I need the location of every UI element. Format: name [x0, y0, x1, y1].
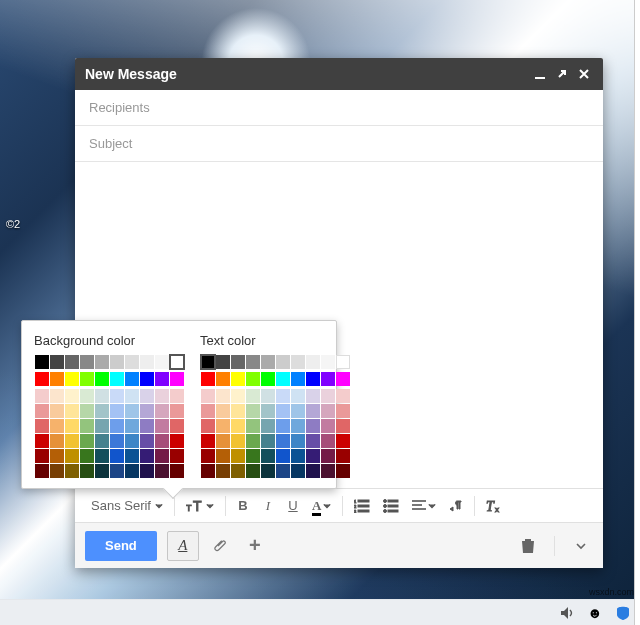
color-swatch[interactable] — [125, 449, 139, 463]
color-swatch[interactable] — [50, 464, 64, 478]
emoji-tray-icon[interactable]: ☻ — [586, 604, 604, 622]
color-swatch[interactable] — [336, 389, 350, 403]
color-swatch[interactable] — [35, 404, 49, 418]
color-swatch[interactable] — [95, 464, 109, 478]
color-swatch[interactable] — [140, 372, 154, 386]
align-button[interactable] — [406, 494, 442, 518]
color-swatch[interactable] — [201, 372, 215, 386]
color-swatch[interactable] — [306, 419, 320, 433]
color-swatch[interactable] — [155, 404, 169, 418]
color-swatch[interactable] — [231, 404, 245, 418]
color-swatch[interactable] — [170, 419, 184, 433]
formatting-toggle-button[interactable]: A — [167, 531, 199, 561]
color-swatch[interactable] — [216, 449, 230, 463]
color-swatch[interactable] — [155, 355, 169, 369]
color-swatch[interactable] — [336, 464, 350, 478]
color-swatch[interactable] — [155, 449, 169, 463]
color-swatch[interactable] — [65, 434, 79, 448]
recipients-field[interactable]: Recipients — [75, 90, 603, 126]
color-swatch[interactable] — [216, 389, 230, 403]
color-swatch[interactable] — [140, 419, 154, 433]
color-swatch[interactable] — [95, 419, 109, 433]
color-swatch[interactable] — [321, 434, 335, 448]
color-swatch[interactable] — [261, 419, 275, 433]
color-swatch[interactable] — [155, 464, 169, 478]
more-options-button[interactable] — [569, 534, 593, 558]
brand-tray-icon[interactable] — [614, 604, 632, 622]
color-swatch[interactable] — [155, 372, 169, 386]
color-swatch[interactable] — [170, 449, 184, 463]
send-button[interactable]: Send — [85, 531, 157, 561]
color-swatch[interactable] — [35, 355, 49, 369]
color-swatch[interactable] — [125, 404, 139, 418]
color-swatch[interactable] — [321, 449, 335, 463]
color-swatch[interactable] — [201, 434, 215, 448]
color-swatch[interactable] — [291, 449, 305, 463]
color-swatch[interactable] — [291, 464, 305, 478]
color-swatch[interactable] — [291, 404, 305, 418]
color-swatch[interactable] — [80, 419, 94, 433]
color-swatch[interactable] — [201, 464, 215, 478]
color-swatch[interactable] — [231, 419, 245, 433]
color-swatch[interactable] — [321, 419, 335, 433]
color-swatch[interactable] — [140, 355, 154, 369]
color-swatch[interactable] — [110, 372, 124, 386]
color-swatch[interactable] — [216, 419, 230, 433]
insert-more-button[interactable]: + — [243, 534, 267, 558]
color-swatch[interactable] — [291, 419, 305, 433]
color-swatch[interactable] — [170, 404, 184, 418]
color-swatch[interactable] — [125, 419, 139, 433]
color-swatch[interactable] — [35, 372, 49, 386]
color-swatch[interactable] — [201, 419, 215, 433]
color-swatch[interactable] — [246, 372, 260, 386]
color-swatch[interactable] — [50, 355, 64, 369]
minimize-icon[interactable] — [531, 65, 549, 83]
color-swatch[interactable] — [201, 389, 215, 403]
color-swatch[interactable] — [216, 434, 230, 448]
color-swatch[interactable] — [50, 419, 64, 433]
color-swatch[interactable] — [276, 464, 290, 478]
underline-button[interactable]: U — [281, 494, 305, 518]
font-size-button[interactable]: T T — [180, 494, 220, 518]
color-swatch[interactable] — [261, 434, 275, 448]
color-swatch[interactable] — [246, 389, 260, 403]
color-swatch[interactable] — [110, 404, 124, 418]
color-swatch[interactable] — [231, 372, 245, 386]
color-swatch[interactable] — [65, 372, 79, 386]
color-swatch[interactable] — [306, 389, 320, 403]
color-swatch[interactable] — [276, 372, 290, 386]
discard-draft-button[interactable] — [516, 534, 540, 558]
color-swatch[interactable] — [276, 389, 290, 403]
bulleted-list-button[interactable] — [377, 494, 405, 518]
color-swatch[interactable] — [170, 464, 184, 478]
color-swatch[interactable] — [110, 355, 124, 369]
color-swatch[interactable] — [246, 355, 260, 369]
color-swatch[interactable] — [231, 449, 245, 463]
color-swatch[interactable] — [125, 372, 139, 386]
color-swatch[interactable] — [291, 355, 305, 369]
color-swatch[interactable] — [321, 464, 335, 478]
color-swatch[interactable] — [50, 389, 64, 403]
color-swatch[interactable] — [80, 449, 94, 463]
text-color-button[interactable]: A — [306, 494, 337, 518]
color-swatch[interactable] — [125, 464, 139, 478]
color-swatch[interactable] — [110, 389, 124, 403]
font-family-button[interactable]: Sans Serif — [83, 494, 169, 518]
color-swatch[interactable] — [65, 464, 79, 478]
color-swatch[interactable] — [95, 355, 109, 369]
color-swatch[interactable] — [125, 355, 139, 369]
color-swatch[interactable] — [321, 389, 335, 403]
color-swatch[interactable] — [306, 464, 320, 478]
color-swatch[interactable] — [35, 389, 49, 403]
color-swatch[interactable] — [216, 355, 230, 369]
expand-icon[interactable] — [553, 65, 571, 83]
color-swatch[interactable] — [155, 434, 169, 448]
color-swatch[interactable] — [276, 449, 290, 463]
color-swatch[interactable] — [261, 389, 275, 403]
color-swatch[interactable] — [80, 404, 94, 418]
color-swatch[interactable] — [306, 404, 320, 418]
color-swatch[interactable] — [246, 449, 260, 463]
color-swatch[interactable] — [80, 372, 94, 386]
color-swatch[interactable] — [125, 434, 139, 448]
clear-formatting-button[interactable]: T x — [480, 494, 508, 518]
